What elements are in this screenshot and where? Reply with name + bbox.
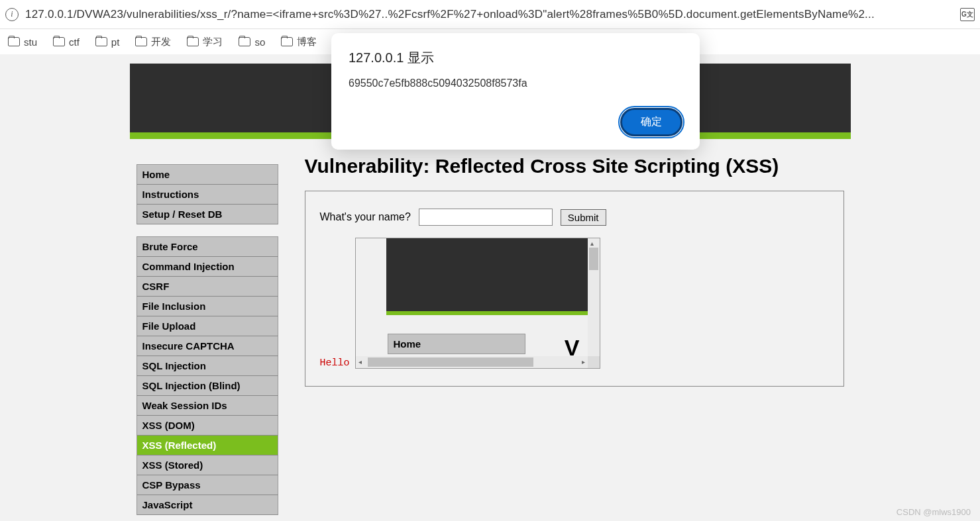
bookmark-label: so [254,36,265,48]
watermark: CSDN @mlws1900 [897,507,971,517]
iframe-vscrollbar[interactable]: ▴ [588,238,600,368]
iframe-home-item[interactable]: Home [388,334,525,354]
bookmark-study[interactable]: 学习 [187,36,223,48]
sidebar-item-weak-session[interactable]: Weak Session IDs [136,396,278,416]
hello-text: Hello [320,357,350,369]
sidebar-item-sql-injection[interactable]: SQL Injection [136,356,278,376]
sidebar-item-xss-reflected[interactable]: XSS (Reflected) [136,436,278,455]
scroll-up-icon[interactable]: ▴ [590,240,594,247]
folder-icon [95,37,107,46]
bookmark-ctf[interactable]: ctf [53,36,80,48]
sidebar-item-xss-dom[interactable]: XSS (DOM) [136,416,278,436]
bookmark-label: 博客 [297,36,317,48]
translate-icon[interactable]: G文 [960,8,975,21]
scroll-thumb-h[interactable] [368,357,533,367]
bookmark-label: 开发 [151,36,171,48]
menu-group-1: Home Instructions Setup / Reset DB [136,164,278,224]
injected-iframe[interactable]: Home V ▾ ▴ ◂ ▸ [355,238,600,369]
sidebar-item-javascript[interactable]: JavaScript [136,495,278,515]
bookmark-label: 学习 [203,36,223,48]
js-alert-dialog: 127.0.0.1 显示 69550c7e5fb888c5094032508f8… [331,33,700,150]
bookmark-dev[interactable]: 开发 [135,36,171,48]
address-bar: i 127.0.0.1/DVWA23/vulnerabilities/xss_r… [0,0,980,29]
vuln-form-box: What's your name? Submit Hello Home [305,191,844,387]
bookmark-blog[interactable]: 博客 [281,36,317,48]
dialog-message: 69550c7e5fb888c5094032508f8573fa [349,77,682,89]
iframe-hscrollbar[interactable]: ◂ ▸ [356,356,588,368]
name-input[interactable] [419,209,553,226]
sidebar-item-file-inclusion[interactable]: File Inclusion [136,297,278,316]
folder-icon [281,37,293,46]
sidebar-item-command-injection[interactable]: Command Injection [136,257,278,277]
url-text[interactable]: 127.0.0.1/DVWA23/vulnerabilities/xss_r/?… [25,8,953,21]
folder-icon [187,37,199,46]
sidebar-item-instructions[interactable]: Instructions [136,185,278,205]
bookmark-so[interactable]: so [239,36,265,48]
dialog-ok-button[interactable]: 确定 [620,108,682,136]
menu-group-2: Brute Force Command Injection CSRF File … [136,236,278,515]
sidebar-item-sql-injection-blind[interactable]: SQL Injection (Blind) [136,376,278,396]
iframe-accent [386,311,600,315]
content: Vulnerability: Reflected Cross Site Scri… [305,148,844,521]
folder-icon [239,37,250,46]
sidebar-item-setup[interactable]: Setup / Reset DB [136,205,278,224]
folder-icon [53,37,65,46]
scroll-right-icon[interactable]: ▸ [582,358,585,365]
sidebar: Home Instructions Setup / Reset DB Brute… [136,148,278,521]
page-title: Vulnerability: Reflected Cross Site Scri… [305,155,844,177]
sidebar-item-file-upload[interactable]: File Upload [136,316,278,336]
bookmark-pt[interactable]: pt [95,36,120,48]
iframe-banner [386,238,600,311]
bookmark-label: pt [111,36,120,48]
scroll-thumb-v[interactable] [589,248,598,270]
dialog-title: 127.0.0.1 显示 [349,49,682,67]
site-info-icon[interactable]: i [5,8,19,21]
name-label: What's your name? [320,211,411,223]
folder-icon [8,37,20,46]
iframe-scroll-corner [588,356,600,368]
bookmark-label: ctf [69,36,80,48]
submit-button[interactable]: Submit [561,209,606,226]
sidebar-item-csp-bypass[interactable]: CSP Bypass [136,475,278,495]
sidebar-item-insecure-captcha[interactable]: Insecure CAPTCHA [136,336,278,356]
bookmark-stu[interactable]: stu [8,36,37,48]
bookmark-label: stu [24,36,37,48]
sidebar-item-csrf[interactable]: CSRF [136,277,278,297]
scroll-left-icon[interactable]: ◂ [358,358,362,365]
sidebar-item-brute-force[interactable]: Brute Force [136,236,278,257]
folder-icon [135,37,147,46]
sidebar-item-xss-stored[interactable]: XSS (Stored) [136,455,278,475]
sidebar-item-home[interactable]: Home [136,164,278,185]
